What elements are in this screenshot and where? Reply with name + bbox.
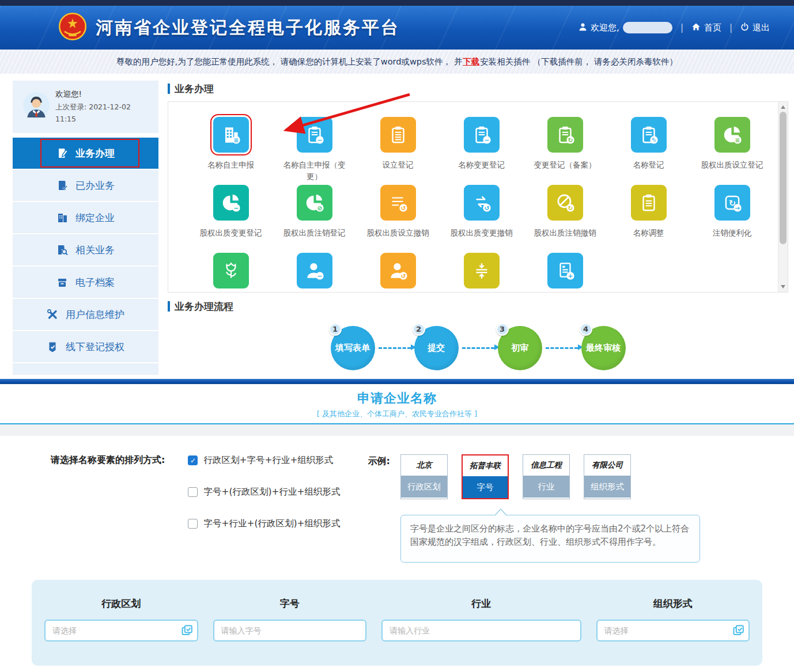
- svg-text:−: −: [484, 136, 489, 143]
- example-card-行业: 信息工程行业: [523, 454, 570, 499]
- service-tile-股权出质设立登记[interactable]: ≡股权出质设立登记: [690, 117, 774, 185]
- svg-text:↺: ↺: [400, 272, 406, 279]
- service-tile-股权出质注销撤销[interactable]: ↻股权出质注销撤销: [523, 185, 607, 253]
- checkbox-checked[interactable]: ✓: [188, 455, 198, 465]
- clipboard-minus-icon: −: [464, 117, 500, 153]
- example-card-组织形式: 有限公司组织形式: [584, 454, 631, 499]
- service-tile-股权出质设立撤销[interactable]: ↺股权出质设立撤销: [356, 185, 440, 253]
- apply-title: 申请企业名称: [0, 390, 794, 407]
- service-tile-名称登记[interactable]: ✎名称登记: [607, 117, 690, 185]
- sidebar-item-label: 业务办理: [75, 147, 115, 160]
- merge-icon: [464, 253, 500, 288]
- flow-arrow: [546, 347, 578, 349]
- svg-text:↺: ↺: [400, 204, 406, 211]
- service-tile-设立登记[interactable]: 设立登记: [356, 117, 440, 185]
- service-label: 名称登记: [633, 159, 664, 170]
- flow-step-number: 1: [329, 323, 342, 336]
- input-行政区划[interactable]: [44, 620, 198, 641]
- sidebar-item-label: 绑定企业: [75, 211, 115, 225]
- service-tile-名称变更登记[interactable]: −名称变更登记: [440, 117, 523, 185]
- field-组织形式: 组织形式: [596, 597, 750, 641]
- lines-undo-icon: ↺: [380, 185, 416, 221]
- arrangement-option[interactable]: ✓行政区划+字号+行业+组织形式: [188, 454, 340, 466]
- flow-step-number: 4: [580, 323, 592, 336]
- sidebar-item-线下登记授权[interactable]: 线下登记授权: [13, 331, 158, 362]
- example-text: 北京: [401, 455, 447, 476]
- flow-step-label: 提交: [428, 343, 445, 354]
- service-label: 股权出质设立登记: [701, 159, 763, 170]
- sidebar-item-电子档案[interactable]: 电子档案: [13, 267, 158, 298]
- service-tile-股权出质变更登记[interactable]: −股权出质变更登记: [189, 185, 273, 253]
- input-字号[interactable]: [213, 620, 367, 641]
- service-label: 股权出质变更撤销: [451, 227, 513, 238]
- pen-doc-icon: [56, 147, 69, 160]
- checkbox-unchecked[interactable]: [188, 487, 198, 497]
- sidebar-item-业务办理[interactable]: 业务办理: [13, 138, 158, 169]
- picker-checkbox-icon[interactable]: [181, 624, 194, 637]
- sidebar-item-label: 线下登记授权: [66, 340, 124, 354]
- service-tile-名称自主申报（变更）[interactable]: −名称自主申报（变更）: [273, 117, 356, 185]
- home-link[interactable]: 首页: [691, 22, 721, 33]
- input-行业[interactable]: [381, 620, 581, 641]
- scrollbar-thumb[interactable]: [780, 112, 787, 244]
- flow-step-number: 2: [413, 323, 425, 336]
- service-tile-变更登记（备案）[interactable]: ↻变更登记（备案）: [523, 117, 607, 185]
- user-icon: [579, 22, 587, 33]
- example-tag: 组织形式: [584, 476, 630, 498]
- sidebar-item-已办业务[interactable]: 已办业务: [13, 170, 158, 201]
- option-label: 字号+(行政区划)+行业+组织形式: [203, 486, 340, 498]
- input-组织形式[interactable]: [596, 620, 750, 641]
- flow-arrow: [379, 347, 411, 349]
- arrange-options-block: 请选择名称要素的排列方式: ✓行政区划+字号+行业+组织形式字号+(行政区划)+…: [51, 454, 340, 563]
- field-label: 行政区划: [44, 597, 198, 610]
- doc-plus-icon: +: [547, 253, 583, 288]
- download-plugin-link[interactable]: 下载: [463, 56, 479, 67]
- scrollbar[interactable]: [778, 102, 788, 292]
- service-label: 股权出质变更登记: [200, 227, 262, 238]
- clipboard-refresh-icon: ↻: [547, 117, 583, 153]
- flow-step-label: 初审: [511, 343, 528, 354]
- building-report-icon: ≡: [213, 117, 249, 153]
- svg-text:↻: ↻: [568, 136, 573, 143]
- service-tile-名称调整[interactable]: 名称调整: [607, 185, 690, 253]
- checkbox-unchecked[interactable]: [188, 519, 198, 529]
- flow-step-最终审核: 4最终审核: [581, 326, 626, 370]
- service-tile-person-minus[interactable]: −: [273, 253, 356, 293]
- nav-separator: |: [680, 22, 683, 33]
- service-tile-股权出质变更撤销[interactable]: ↺股权出质变更撤销: [440, 185, 523, 253]
- service-tile-名称自主申报[interactable]: ≡名称自主申报: [189, 117, 273, 185]
- arrangement-option[interactable]: 字号+行业+(行政区划)+组织形式: [188, 518, 340, 530]
- service-tile-doc-plus[interactable]: +: [523, 253, 607, 293]
- svg-text:→: →: [735, 204, 740, 211]
- flow-step-初审: 3初审: [498, 326, 542, 370]
- title-bar-accent: [168, 83, 170, 94]
- field-行政区划: 行政区划: [44, 597, 198, 641]
- sidebar-item-绑定企业[interactable]: 绑定企业: [13, 202, 158, 233]
- flow-arrow: [462, 347, 494, 349]
- svg-text:↻: ↻: [568, 204, 573, 211]
- service-tile-股权出质注销登记[interactable]: ⊘股权出质注销登记: [273, 185, 356, 253]
- svg-text:⊘: ⊘: [317, 204, 322, 211]
- service-tile-merge[interactable]: [440, 253, 523, 293]
- arrangement-option[interactable]: 字号+(行政区划)+行业+组织形式: [188, 486, 340, 498]
- notice-bar: 尊敬的用户您好,为了您能正常使用此系统， 请确保您的计算机上安装了word或wp…: [0, 50, 794, 74]
- scroll-up-arrow[interactable]: [781, 105, 785, 109]
- sidebar-item-label: 电子档案: [75, 276, 115, 289]
- scroll-down-arrow[interactable]: [781, 285, 785, 288]
- service-tile-注销便利化[interactable]: ↻→注销便利化: [690, 185, 774, 253]
- pie-slash-icon: ⊘: [297, 185, 332, 221]
- top-strip: [0, 0, 794, 6]
- home-icon: [691, 22, 701, 33]
- sidebar-item-用户信息维护[interactable]: 用户信息维护: [13, 299, 158, 330]
- services-panel: ≡名称自主申报−名称自主申报（变更）设立登记−名称变更登记↻变更登记（备案）✎名…: [168, 101, 788, 293]
- example-text: 信息工程: [523, 455, 569, 476]
- welcome-user: 欢迎您,: [579, 22, 672, 33]
- service-label: 注销便利化: [713, 227, 752, 238]
- service-tile-person-undo[interactable]: ↺: [356, 253, 440, 293]
- picker-checkbox-icon[interactable]: [732, 624, 745, 637]
- app-header: 河南省企业登记全程电子化服务平台 欢迎您, | 首页 | 退出: [0, 6, 794, 50]
- sidebar-item-相关业务[interactable]: 相关业务: [13, 234, 158, 265]
- logout-link[interactable]: 退出: [740, 22, 770, 33]
- svg-text:−: −: [317, 136, 322, 143]
- service-tile-tulip[interactable]: [189, 253, 273, 293]
